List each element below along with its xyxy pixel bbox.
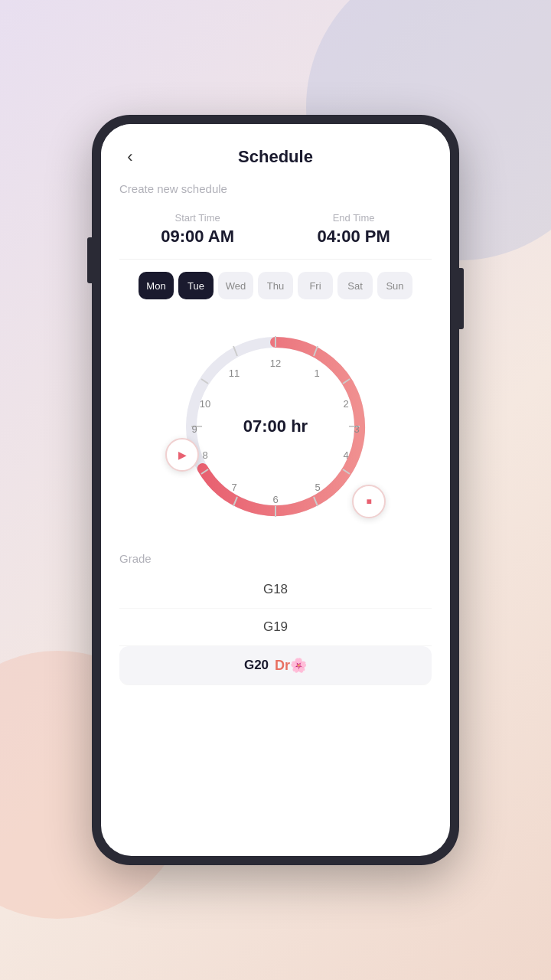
content-area: Create new schedule Start Time 09:00 AM … (101, 175, 450, 856)
back-button[interactable]: ‹ (116, 143, 144, 171)
header: ‹ Schedule (101, 124, 450, 175)
days-row: Mon Tue Wed Thu Fri Sat Sun (119, 260, 432, 312)
day-mon[interactable]: Mon (139, 272, 174, 299)
start-time-label: Start Time (174, 212, 220, 224)
day-fri[interactable]: Fri (298, 272, 333, 299)
end-handle[interactable]: ■ (352, 485, 386, 518)
start-handle[interactable]: ▶ (165, 438, 199, 472)
grade-item-g18[interactable]: G18 (119, 571, 432, 609)
end-time-block[interactable]: End Time 04:00 PM (317, 212, 390, 247)
start-time-block[interactable]: Start Time 09:00 AM (161, 212, 234, 247)
time-section: Start Time 09:00 AM End Time 04:00 PM (119, 206, 432, 260)
play-icon: ▶ (178, 449, 187, 461)
day-sun[interactable]: Sun (377, 272, 412, 299)
svg-text:7: 7 (231, 482, 236, 493)
svg-text:3: 3 (354, 423, 359, 435)
svg-text:12: 12 (270, 358, 281, 369)
clock-center: 07:00 hr (243, 416, 308, 436)
create-schedule-label: Create new schedule (119, 182, 432, 195)
day-sat[interactable]: Sat (337, 272, 373, 299)
phone-frame: ‹ Schedule Create new schedule Start Tim… (92, 115, 459, 865)
grade-g20-label: G20 (244, 658, 269, 673)
svg-text:4: 4 (343, 449, 348, 461)
dr-logo: Dr🌸 (275, 657, 307, 674)
grade-item-g19[interactable]: G19 (119, 609, 432, 646)
clock-duration: 07:00 hr (243, 416, 308, 436)
svg-text:6: 6 (272, 494, 278, 505)
grade-list: G18 G19 G20 Dr🌸 (119, 571, 432, 685)
end-time-value: 04:00 PM (317, 227, 390, 247)
stop-icon: ■ (366, 496, 371, 507)
grade-section-label: Grade (119, 549, 432, 565)
day-tue[interactable]: Tue (178, 272, 214, 299)
day-wed[interactable]: Wed (218, 272, 253, 299)
day-thu[interactable]: Thu (258, 272, 293, 299)
svg-text:9: 9 (191, 423, 197, 435)
svg-text:2: 2 (343, 398, 348, 410)
svg-text:1: 1 (314, 368, 319, 379)
svg-text:11: 11 (229, 368, 240, 379)
phone-screen: ‹ Schedule Create new schedule Start Tim… (101, 124, 450, 856)
svg-text:5: 5 (315, 482, 320, 493)
end-time-label: End Time (333, 212, 375, 224)
grade-item-g20[interactable]: G20 Dr🌸 (119, 646, 432, 685)
svg-text:8: 8 (202, 449, 207, 461)
clock-section: 12 1 2 3 4 5 6 7 8 9 10 11 (119, 312, 432, 549)
page-title: Schedule (238, 147, 313, 167)
start-time-value: 09:00 AM (161, 227, 234, 247)
clock-container: 12 1 2 3 4 5 6 7 8 9 10 11 (168, 319, 383, 534)
svg-text:10: 10 (200, 398, 210, 410)
